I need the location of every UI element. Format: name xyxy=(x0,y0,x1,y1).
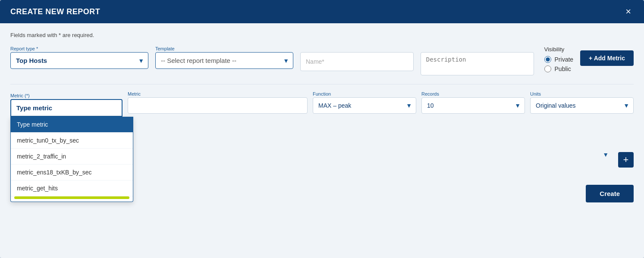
metric-input-group: Metric xyxy=(128,91,308,114)
units-group: Units Original values ▼ xyxy=(530,91,634,114)
units-label: Units xyxy=(530,91,634,96)
metric-input[interactable] xyxy=(128,97,308,114)
description-group: Description xyxy=(421,46,534,75)
dropdown-item-tun0[interactable]: metric_tun0_tx_by_sec xyxy=(11,133,133,149)
metric-input-label: Metric xyxy=(128,91,308,96)
visibility-label: Visibility xyxy=(544,46,574,53)
metric-select-container: Metric (*) Type metric ▼ xyxy=(10,91,123,117)
private-label: Private xyxy=(555,56,574,63)
private-radio[interactable] xyxy=(544,56,551,63)
report-type-group: Report type * Top Hosts ▼ xyxy=(10,46,148,69)
records-group: Records 10 ▼ xyxy=(421,91,525,114)
units-select-wrapper: Original values ▼ xyxy=(530,97,634,114)
metric-open-select-display[interactable]: Type metric xyxy=(10,99,123,117)
name-input[interactable] xyxy=(300,52,414,71)
metric-label: Metric (*) xyxy=(10,93,30,98)
plus-button[interactable]: + xyxy=(618,152,634,168)
modal-header: CREATE NEW REPORT × xyxy=(0,0,644,23)
modal-title: CREATE NEW REPORT xyxy=(10,7,100,16)
metric-dropdown-wrapper: Metric (*) Type metric ▼ Type metric met… xyxy=(10,91,123,117)
radio-group: Private Public xyxy=(544,56,574,72)
close-button[interactable]: × xyxy=(623,6,634,17)
report-type-label: Report type * xyxy=(10,46,148,51)
report-type-select[interactable]: Top Hosts xyxy=(10,52,148,69)
section-divider xyxy=(10,84,634,84)
required-note: Fields marked with * are required. xyxy=(10,32,634,38)
private-radio-label[interactable]: Private xyxy=(544,56,574,63)
function-label: Function xyxy=(313,91,416,96)
modal-body: Fields marked with * are required. Repor… xyxy=(0,23,644,180)
dropdown-item-type-metric[interactable]: Type metric xyxy=(11,117,133,133)
function-select-wrapper: MAX – peak ▼ xyxy=(313,97,416,114)
name-group: Name xyxy=(300,46,414,71)
template-label: Template xyxy=(155,46,293,51)
metric-row: Metric (*) Type metric ▼ Type metric met… xyxy=(10,91,634,117)
function-select[interactable]: MAX – peak xyxy=(313,97,416,114)
dropdown-item-traffic-in[interactable]: metric_2_traffic_in xyxy=(11,149,133,165)
add-metric-button[interactable]: + Add Metric xyxy=(580,50,634,66)
additional-chevron-icon: ▼ xyxy=(603,151,609,158)
records-label: Records xyxy=(421,91,525,96)
units-select[interactable]: Original values xyxy=(530,97,634,114)
public-label: Public xyxy=(555,65,571,72)
dropdown-scrollbar xyxy=(14,196,129,199)
template-select[interactable]: -- Select report template -- xyxy=(155,52,293,69)
records-select[interactable]: 10 xyxy=(421,97,525,114)
records-select-wrapper: 10 ▼ xyxy=(421,97,525,114)
visibility-group: Visibility Private Public xyxy=(544,46,574,72)
modal-container: CREATE NEW REPORT × Fields marked with *… xyxy=(0,0,644,258)
template-select-wrapper: -- Select report template -- ▼ xyxy=(155,52,293,69)
public-radio[interactable] xyxy=(544,65,551,72)
metric-select-box: Type metric ▼ xyxy=(10,99,123,117)
report-type-select-wrapper: Top Hosts ▼ xyxy=(10,52,148,69)
function-group: Function MAX – peak ▼ xyxy=(313,91,416,114)
metric-dropdown-list: Type metric metric_tun0_tx_by_sec metric… xyxy=(10,117,133,202)
dropdown-item-ens18[interactable]: metric_ens18_txKB_by_sec xyxy=(11,165,133,180)
description-input[interactable] xyxy=(421,52,534,75)
public-radio-label[interactable]: Public xyxy=(544,65,574,72)
first-form-row: Report type * Top Hosts ▼ Template -- Se… xyxy=(10,46,634,75)
metric-section: Metric (*) Type metric ▼ Type metric met… xyxy=(10,91,634,168)
dropdown-item-get-hits[interactable]: metric_get_hits xyxy=(11,180,133,196)
template-group: Template -- Select report template -- ▼ xyxy=(155,46,293,69)
create-button[interactable]: Create xyxy=(586,185,634,202)
